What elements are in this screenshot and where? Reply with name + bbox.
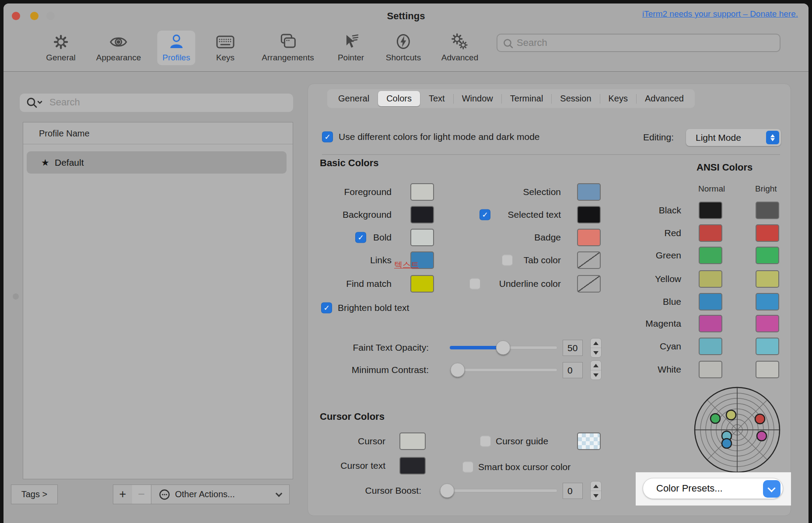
- profile-search-input[interactable]: [49, 94, 285, 111]
- ansi-blue-bright-well[interactable]: [756, 293, 779, 310]
- cursor-color-well[interactable]: [399, 432, 426, 450]
- brighten-bold-checkbox[interactable]: [321, 303, 332, 314]
- tab-general[interactable]: General: [330, 91, 378, 106]
- profile-row-default[interactable]: ★ Default: [27, 151, 287, 174]
- ansi-col-bright: Bright: [755, 184, 777, 194]
- toolbar-item-appearance[interactable]: Appearance: [91, 31, 146, 65]
- find-match-color-well[interactable]: [410, 275, 434, 293]
- toolbar-search-input[interactable]: [516, 35, 774, 51]
- underline-color-well[interactable]: [577, 275, 601, 293]
- min-contrast-stepper[interactable]: [590, 360, 602, 380]
- ansi-black-normal-well[interactable]: [699, 202, 722, 219]
- faint-opacity-fill: [450, 346, 503, 349]
- ansi-black-bright-well[interactable]: [756, 202, 779, 219]
- tab-session[interactable]: Session: [552, 91, 599, 106]
- different-colors-label: Use different colors for light mode and …: [339, 132, 540, 142]
- toolbar-item-general[interactable]: General: [41, 31, 81, 65]
- chevron-down-icon: [767, 484, 775, 492]
- toolbar-item-pointer[interactable]: Pointer: [332, 31, 369, 65]
- toolbar-item-profiles[interactable]: Profiles: [157, 31, 195, 65]
- bold-checkbox[interactable]: [355, 232, 366, 243]
- tab-colors[interactable]: Colors: [378, 91, 420, 106]
- cursor-boost-stepper[interactable]: [590, 481, 602, 501]
- chevron-down-icon: [276, 490, 283, 497]
- ansi-yellow-bright-well[interactable]: [756, 270, 779, 288]
- different-colors-checkbox[interactable]: [322, 132, 333, 143]
- toolbar-item-arrangements[interactable]: Arrangements: [256, 31, 319, 65]
- tags-button[interactable]: Tags >: [11, 485, 58, 504]
- editing-mode-value: Light Mode: [696, 132, 741, 143]
- profile-list: Profile Name ★ Default: [23, 122, 293, 479]
- ansi-cyan-bright-well[interactable]: [756, 338, 779, 355]
- gear-icon: [51, 32, 71, 52]
- smart-box-cursor-checkbox[interactable]: [462, 462, 473, 473]
- window-toolbar: Settings iTerm2 needs your support – Don…: [4, 3, 808, 72]
- tab-color-well[interactable]: [577, 251, 601, 269]
- ansi-blue-normal-well[interactable]: [699, 293, 722, 310]
- min-contrast-knob[interactable]: [451, 363, 465, 377]
- ansi-green-bright-well[interactable]: [756, 247, 779, 264]
- ansi-red-normal-well[interactable]: [699, 224, 722, 242]
- cursor-boost-knob[interactable]: [440, 484, 455, 498]
- toolbar-label-arrangements: Arrangements: [262, 53, 314, 63]
- cursor-guide-checkbox[interactable]: [480, 436, 491, 447]
- min-contrast-label: Minimum Contrast:: [352, 365, 429, 375]
- selected-text-color-well[interactable]: [577, 206, 601, 223]
- search-icon: [503, 38, 514, 49]
- ansi-cyan-normal-well[interactable]: [699, 338, 722, 355]
- ansi-magenta-bright-well[interactable]: [756, 315, 779, 332]
- screen: Settings iTerm2 needs your support – Don…: [0, 0, 812, 523]
- faint-opacity-stepper[interactable]: [590, 338, 602, 358]
- faint-opacity-value[interactable]: 50: [563, 340, 583, 356]
- tab-window[interactable]: Window: [454, 91, 501, 106]
- editing-label: Editing:: [643, 132, 674, 143]
- min-contrast-value[interactable]: 0: [563, 362, 583, 378]
- ansi-yellow-normal-well[interactable]: [699, 270, 722, 288]
- badge-color-well[interactable]: [577, 229, 601, 246]
- toolbar-item-shortcuts[interactable]: Shortcuts: [381, 31, 426, 65]
- background-color-well[interactable]: [410, 206, 434, 223]
- ansi-cyan-label: Cyan: [660, 341, 681, 352]
- default-star-icon: ★: [41, 157, 49, 168]
- ansi-white-bright-well[interactable]: [756, 361, 779, 378]
- circle-ellipsis-icon: [158, 488, 171, 501]
- selection-color-well[interactable]: [577, 183, 601, 201]
- tab-text[interactable]: Text: [420, 91, 453, 106]
- toolbar-item-keys[interactable]: Keys: [210, 31, 241, 65]
- toolbar-search-field[interactable]: [497, 34, 780, 52]
- color-presets-button[interactable]: [763, 480, 780, 498]
- min-contrast-slider[interactable]: [450, 368, 557, 372]
- cursor-boost-value[interactable]: 0: [563, 483, 583, 499]
- add-profile-button[interactable]: +: [113, 485, 133, 504]
- ansi-magenta-normal-well[interactable]: [699, 315, 722, 332]
- selected-text-checkbox[interactable]: [480, 209, 490, 220]
- profile-tab-bar: General Colors Text Window Terminal Sess…: [327, 89, 695, 108]
- tab-terminal[interactable]: Terminal: [502, 91, 552, 106]
- pane-resize-dot[interactable]: [13, 293, 19, 300]
- ansi-red-bright-well[interactable]: [756, 224, 779, 242]
- tab-color-checkbox[interactable]: [502, 255, 513, 266]
- ansi-green-normal-well[interactable]: [699, 247, 722, 264]
- bold-color-well[interactable]: [410, 229, 434, 246]
- faint-opacity-knob[interactable]: [496, 341, 511, 355]
- foreground-color-well[interactable]: [410, 183, 434, 201]
- cursor-boost-slider[interactable]: [441, 489, 557, 492]
- wheel-dot-magenta: [757, 431, 766, 441]
- tab-keys[interactable]: Keys: [600, 91, 636, 106]
- gears-icon: [450, 32, 470, 52]
- editing-mode-popup[interactable]: Light Mode: [686, 129, 781, 146]
- ansi-white-normal-well[interactable]: [699, 361, 722, 378]
- profile-search-field[interactable]: [20, 94, 293, 112]
- remove-profile-button[interactable]: −: [132, 485, 151, 504]
- donate-link[interactable]: iTerm2 needs your support – Donate here.: [642, 9, 798, 19]
- cursor-guide-color-well[interactable]: [577, 432, 601, 450]
- color-presets-dropdown[interactable]: Color Presets...: [643, 478, 783, 499]
- underline-color-checkbox[interactable]: [469, 279, 480, 289]
- cursor-text-color-well[interactable]: [399, 457, 426, 474]
- toolbar-label-advanced: Advanced: [441, 53, 479, 63]
- toolbar-label-profiles: Profiles: [162, 53, 190, 63]
- cursor-colors-title: Cursor Colors: [320, 411, 385, 422]
- other-actions-menu[interactable]: Other Actions...: [151, 485, 290, 504]
- toolbar-item-advanced[interactable]: Advanced: [436, 31, 484, 65]
- tab-advanced[interactable]: Advanced: [637, 91, 692, 106]
